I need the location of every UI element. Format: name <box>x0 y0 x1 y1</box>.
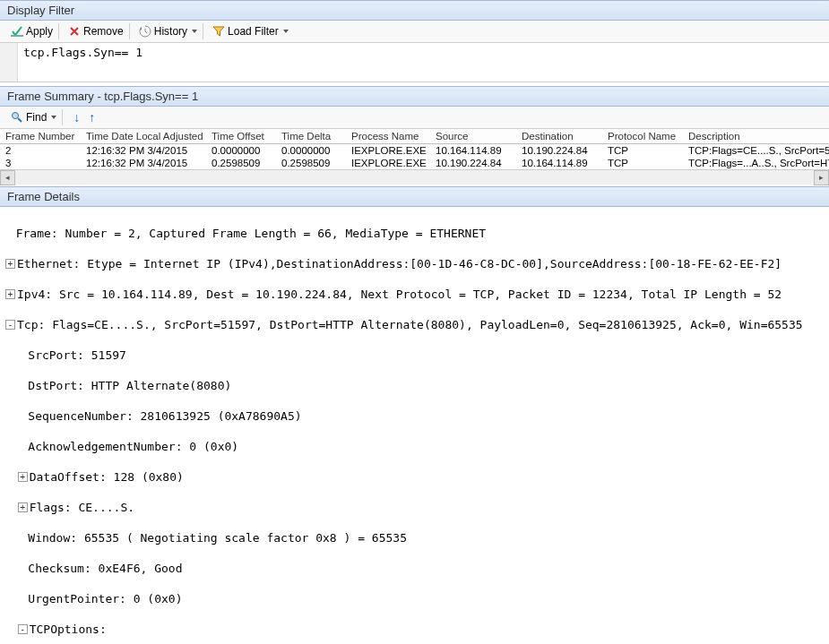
cell: 0.2598509 <box>206 157 276 169</box>
node-text: Flags: CE....S. <box>30 500 134 515</box>
tree-node[interactable]: -Tcp: Flags=CE....S., SrcPort=51597, Dst… <box>4 317 829 332</box>
col-destination[interactable]: Destination <box>516 129 602 144</box>
nav-up-button[interactable]: ↑ <box>87 110 97 125</box>
load-filter-button[interactable]: Load Filter <box>207 23 294 39</box>
node-text: UrgentPointer: 0 (0x0) <box>28 591 182 606</box>
node-text: Checksum: 0xE4F6, Good <box>28 561 182 576</box>
filter-gutter <box>0 43 18 82</box>
frame-summary-table[interactable]: Frame Number Time Date Local Adjusted Ti… <box>0 129 829 169</box>
tree-node[interactable]: SrcPort: 51597 <box>4 348 829 363</box>
node-text: DataOffset: 128 (0x80) <box>30 469 184 485</box>
collapse-icon[interactable]: - <box>18 624 28 634</box>
col-process-name[interactable]: Process Name <box>346 129 430 144</box>
col-description[interactable]: Description <box>683 129 829 144</box>
col-time-date[interactable]: Time Date Local Adjusted <box>81 129 206 144</box>
tree-node[interactable]: SequenceNumber: 2810613925 (0xA78690A5) <box>4 408 829 424</box>
node-text: Ethernet: Etype = Internet IP (IPv4),Des… <box>17 256 782 271</box>
frame-details-tree[interactable]: Frame: Number = 2, Captured Frame Length… <box>0 207 829 644</box>
svg-line-2 <box>18 118 22 122</box>
funnel-icon <box>212 25 225 38</box>
scroll-left-button[interactable]: ◂ <box>0 170 15 185</box>
cell: TCP:Flags=CE....S., SrcPort=51597, DstPo… <box>683 144 829 158</box>
remove-icon <box>68 25 81 38</box>
find-toolbar: Find ↓ ↑ <box>0 107 829 129</box>
node-text: TCPOptions: <box>30 622 107 637</box>
tree-node[interactable]: Frame: Number = 2, Captured Frame Length… <box>4 226 829 241</box>
tree-node[interactable]: +DataOffset: 128 (0x80) <box>4 469 829 485</box>
apply-icon <box>11 25 23 38</box>
filter-expression-input[interactable] <box>18 43 829 82</box>
cell: TCP <box>602 144 683 158</box>
display-filter-toolbar: Apply Remove History Load Filter <box>0 21 829 43</box>
tree-node[interactable]: Checksum: 0xE4F6, Good <box>4 561 829 576</box>
cell: IEXPLORE.EXE <box>346 157 430 169</box>
cell: 10.190.224.84 <box>430 157 516 169</box>
tree-node[interactable]: Window: 65535 ( Negotiating scale factor… <box>4 530 829 545</box>
expand-icon[interactable]: + <box>5 289 15 299</box>
cell: 3 <box>0 157 81 169</box>
cell: 12:16:32 PM 3/4/2015 <box>81 144 206 158</box>
col-protocol[interactable]: Protocol Name <box>602 129 683 144</box>
tree-node[interactable]: DstPort: HTTP Alternate(8080) <box>4 378 829 393</box>
svg-rect-0 <box>11 35 23 37</box>
horizontal-scrollbar[interactable]: ◂ ▸ <box>0 169 829 185</box>
cell: 2 <box>0 144 81 158</box>
find-button[interactable]: Find <box>5 109 63 125</box>
apply-label: Apply <box>26 25 53 38</box>
col-time-offset[interactable]: Time Offset <box>206 129 276 144</box>
table-header-row: Frame Number Time Date Local Adjusted Ti… <box>0 129 829 144</box>
cell: 10.164.114.89 <box>516 157 602 169</box>
tree-node[interactable]: -TCPOptions: <box>4 622 829 637</box>
table-row[interactable]: 3 12:16:32 PM 3/4/2015 0.2598509 0.25985… <box>0 157 829 169</box>
tree-node[interactable]: +Ethernet: Etype = Internet IP (IPv4),De… <box>4 256 829 271</box>
history-icon <box>139 25 151 38</box>
cell: 0.0000000 <box>276 144 346 158</box>
cell: 0.2598509 <box>276 157 346 169</box>
frame-details-header: Frame Details <box>0 186 829 207</box>
tree-node[interactable]: AcknowledgementNumber: 0 (0x0) <box>4 439 829 454</box>
scroll-right-button[interactable]: ▸ <box>814 170 829 185</box>
node-text: DstPort: HTTP Alternate(8080) <box>28 378 231 393</box>
nav-down-button[interactable]: ↓ <box>72 110 82 125</box>
collapse-icon[interactable]: - <box>5 320 15 330</box>
dropdown-arrow-icon <box>192 30 197 33</box>
tree-node[interactable]: +Ipv4: Src = 10.164.114.89, Dest = 10.19… <box>4 287 829 302</box>
cell: 10.164.114.89 <box>430 144 516 158</box>
node-text: SrcPort: 51597 <box>28 348 126 363</box>
remove-button[interactable]: Remove <box>63 23 130 39</box>
expand-icon[interactable]: + <box>5 259 15 269</box>
col-frame-number[interactable]: Frame Number <box>0 129 81 144</box>
cell: TCP:Flags=...A..S., SrcPort=HTTP Alterna… <box>683 157 829 169</box>
table-row[interactable]: 2 12:16:32 PM 3/4/2015 0.0000000 0.00000… <box>0 144 829 158</box>
load-filter-label: Load Filter <box>228 25 279 38</box>
expand-icon[interactable]: + <box>18 472 28 482</box>
history-label: History <box>154 25 187 38</box>
apply-button[interactable]: Apply <box>5 23 59 39</box>
filter-expression-box <box>0 43 829 82</box>
node-text: Ipv4: Src = 10.164.114.89, Dest = 10.190… <box>17 287 782 302</box>
expand-icon[interactable]: + <box>18 502 28 512</box>
node-text: Tcp: Flags=CE....S., SrcPort=51597, DstP… <box>17 317 803 332</box>
dropdown-arrow-icon <box>283 30 289 33</box>
find-label: Find <box>26 111 47 124</box>
node-text: AcknowledgementNumber: 0 (0x0) <box>28 439 238 454</box>
dropdown-arrow-icon <box>51 116 56 119</box>
find-icon <box>11 111 23 124</box>
display-filter-header: Display Filter <box>0 0 829 21</box>
cell: 0.0000000 <box>206 144 276 158</box>
svg-point-1 <box>13 113 19 119</box>
tree-node[interactable]: UrgentPointer: 0 (0x0) <box>4 591 829 606</box>
node-text: Frame: Number = 2, Captured Frame Length… <box>16 226 486 241</box>
col-source[interactable]: Source <box>430 129 516 144</box>
cell: TCP <box>602 157 683 169</box>
node-text: SequenceNumber: 2810613925 (0xA78690A5) <box>28 408 301 424</box>
history-button[interactable]: History <box>134 23 203 39</box>
tree-node[interactable]: +Flags: CE....S. <box>4 500 829 515</box>
cell: IEXPLORE.EXE <box>346 144 430 158</box>
cell: 12:16:32 PM 3/4/2015 <box>81 157 206 169</box>
remove-label: Remove <box>83 25 124 38</box>
frame-summary-header: Frame Summary - tcp.Flags.Syn== 1 <box>0 86 829 107</box>
cell: 10.190.224.84 <box>516 144 602 158</box>
col-time-delta[interactable]: Time Delta <box>276 129 346 144</box>
node-text: Window: 65535 ( Negotiating scale factor… <box>28 530 407 545</box>
